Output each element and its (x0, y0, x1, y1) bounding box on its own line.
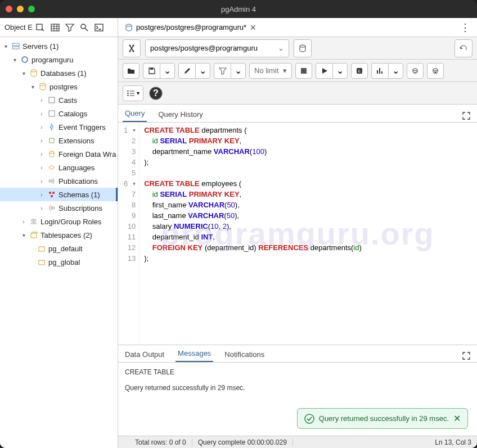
svg-point-6 (22, 57, 28, 62)
query-history-tab[interactable]: Query History (156, 107, 205, 122)
close-tab-icon[interactable]: ✕ (250, 23, 256, 32)
close-toast-icon[interactable]: ✕ (453, 413, 461, 424)
help-button[interactable]: ? (149, 87, 163, 100)
database-icon (125, 24, 133, 31)
svg-point-18 (32, 219, 34, 221)
macros-button[interactable]: ▾ (123, 85, 143, 101)
svg-rect-0 (37, 24, 42, 30)
traffic-lights (6, 6, 35, 12)
psql-icon[interactable] (92, 21, 106, 34)
svg-rect-4 (12, 43, 19, 46)
query-tool-icon[interactable] (34, 21, 47, 34)
connection-selector[interactable]: postgres/postgres@programguru ⌄ (145, 39, 289, 57)
search-icon[interactable] (78, 21, 91, 34)
kebab-menu-icon[interactable]: ⋮ (457, 21, 474, 34)
tree-event-triggers[interactable]: ›Event Triggers (0, 120, 118, 134)
svg-point-20 (126, 24, 132, 26)
messages-tab[interactable]: Messages (176, 346, 213, 362)
success-toast: Query returned successfully in 29 msec. … (297, 408, 468, 429)
new-connection-icon[interactable] (294, 39, 312, 57)
secondary-toolbar: ▾ ? (118, 82, 477, 105)
tree-casts[interactable]: ›Casts (0, 93, 118, 107)
login-roles-icon (29, 218, 38, 225)
check-icon (304, 414, 314, 424)
status-complete: Query complete 00:00:00.029 (192, 438, 293, 446)
tree-server[interactable]: ▾programguru (0, 53, 118, 66)
save-dropdown[interactable]: ⌄ (160, 63, 175, 79)
casts-icon (47, 96, 56, 104)
server-group-icon (11, 42, 20, 50)
chevron-down-icon: ⌄ (278, 44, 284, 52)
editor-tabbar: postgres/postgres@programguru* ✕ ⋮ (118, 18, 477, 37)
filter-rows-icon[interactable] (63, 21, 76, 34)
tree-schemas[interactable]: ›Schemas (1) (0, 188, 118, 201)
tree-fdw[interactable]: ›Foreign Data Wra (0, 147, 118, 161)
connection-value: postgres/postgres@programguru (150, 44, 258, 52)
commit-button[interactable] (407, 63, 424, 79)
maximize-window-icon[interactable] (28, 6, 35, 12)
notifications-tab[interactable]: Notifications (222, 347, 267, 362)
svg-point-23 (129, 50, 131, 52)
svg-point-17 (52, 207, 55, 209)
svg-rect-15 (52, 192, 55, 194)
explain-button[interactable]: E (351, 63, 368, 79)
connection-bar: postgres/postgres@programguru ⌄ (118, 37, 477, 60)
tree-tablespaces[interactable]: ▾Tablespaces (2) (0, 228, 118, 242)
message-line: Query returned successfully in 29 msec. (125, 384, 470, 392)
svg-text:E: E (358, 69, 361, 74)
tree-catalogs[interactable]: ›Catalogs (0, 107, 118, 120)
edit-dropdown[interactable]: ⌄ (195, 63, 210, 79)
svg-point-22 (133, 44, 134, 46)
minimize-window-icon[interactable] (17, 6, 24, 12)
database-icon (38, 83, 47, 90)
output-tabs: Data Output Messages Notifications (118, 345, 477, 363)
tree-languages[interactable]: ›Languages (0, 161, 118, 174)
data-output-tab[interactable]: Data Output (123, 347, 166, 362)
code-area[interactable]: CREATE TABLE departments ( id SERIAL PRI… (140, 123, 477, 345)
stop-button[interactable] (295, 63, 312, 79)
tree-servers[interactable]: ▾Servers (1) (0, 39, 118, 53)
tree-login-roles[interactable]: ›Login/Group Roles (0, 215, 118, 228)
view-data-icon[interactable] (48, 21, 62, 34)
execute-button[interactable] (316, 63, 332, 79)
open-file-button[interactable] (123, 63, 140, 79)
explain-dropdown[interactable]: ⌄ (388, 63, 403, 79)
tree-subscriptions[interactable]: ›Subscriptions (0, 201, 118, 215)
svg-point-13 (49, 180, 51, 182)
tablespaces-icon (29, 231, 38, 239)
tree-database[interactable]: ▾postgres (0, 80, 118, 93)
svg-rect-14 (49, 192, 51, 194)
tree-ts-default[interactable]: pg_default (0, 242, 118, 255)
svg-rect-1 (51, 24, 59, 31)
svg-rect-16 (51, 195, 53, 197)
execute-dropdown[interactable]: ⌄ (332, 63, 348, 79)
sql-editor[interactable]: 1▾2345 6▾78910111213 CREATE TABLE depart… (118, 123, 477, 345)
message-line: CREATE TABLE (125, 368, 470, 376)
status-cursor: Ln 13, Col 3 (429, 438, 477, 446)
query-tab[interactable]: Query (123, 106, 147, 122)
expand-editor-icon[interactable] (460, 110, 472, 122)
svg-rect-11 (50, 138, 54, 143)
filter-dropdown[interactable]: ⌄ (231, 63, 246, 79)
tree-extensions[interactable]: ›Extensions (0, 134, 118, 147)
window-titlebar: pgAdmin 4 (0, 0, 477, 18)
svg-rect-5 (12, 47, 19, 49)
reset-layout-icon[interactable] (454, 39, 472, 57)
explain-analyze-button[interactable] (371, 63, 388, 79)
rollback-button[interactable] (427, 63, 444, 79)
connection-status-icon[interactable] (123, 39, 141, 57)
window-title: pgAdmin 4 (221, 5, 256, 13)
object-tree[interactable]: ▾Servers (1) ▾programguru ▾Databases (1)… (0, 37, 118, 448)
svg-point-2 (81, 24, 86, 29)
tree-databases[interactable]: ▾Databases (1) (0, 66, 118, 80)
tree-ts-global[interactable]: pg_global (0, 255, 118, 269)
close-window-icon[interactable] (6, 6, 12, 12)
expand-output-icon[interactable] (460, 350, 472, 362)
editor-tab[interactable]: postgres/postgres@programguru* ✕ (122, 21, 260, 34)
limit-selector[interactable]: No limit▾ (249, 63, 292, 79)
save-button[interactable] (143, 63, 160, 79)
edit-button[interactable] (178, 63, 195, 79)
filter-button[interactable] (214, 63, 231, 79)
svg-rect-27 (301, 68, 307, 74)
tree-publications[interactable]: ›Publications (0, 174, 118, 188)
